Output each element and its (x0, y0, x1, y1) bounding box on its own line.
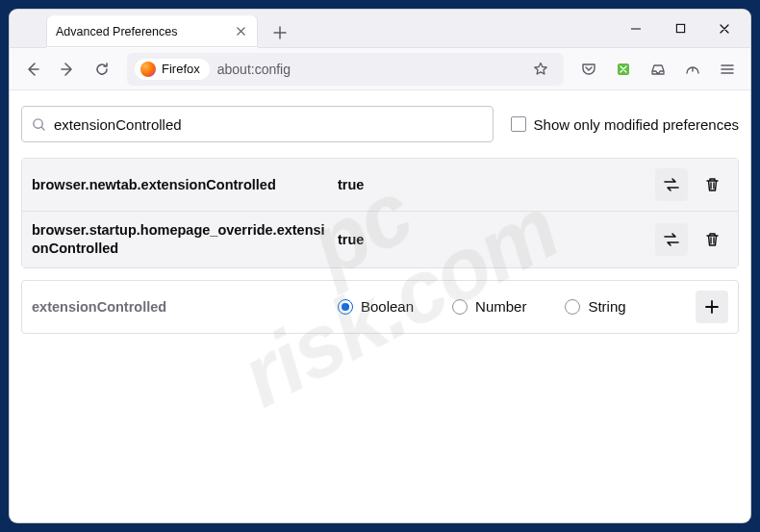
show-modified-toggle[interactable]: Show only modified preferences (511, 116, 739, 133)
trash-icon (705, 232, 720, 247)
preference-list: browser.newtab.extensionControlled true … (21, 158, 739, 268)
pref-row[interactable]: browser.startup.homepage_override.extens… (22, 212, 738, 267)
minimize-button[interactable] (614, 10, 658, 48)
radio-icon (565, 299, 580, 315)
star-icon (533, 62, 548, 77)
pref-value: true (338, 177, 647, 192)
toggle-button[interactable] (655, 168, 688, 201)
back-button[interactable] (17, 54, 48, 85)
url-bar[interactable]: Firefox about:config (127, 53, 564, 86)
pocket-button[interactable] (573, 54, 604, 85)
browser-window: Advanced Preferences (10, 10, 750, 522)
close-icon (236, 26, 246, 37)
add-pref-row: extensionControlled Boolean Number Strin… (21, 280, 739, 334)
toggle-icon (663, 178, 680, 191)
forward-button[interactable] (52, 54, 83, 85)
toggle-icon (663, 233, 680, 246)
svg-rect-0 (676, 24, 684, 32)
new-tab-button[interactable] (266, 18, 294, 47)
pref-name: browser.newtab.extensionControlled (32, 176, 330, 194)
close-button[interactable] (702, 10, 747, 48)
search-box[interactable] (21, 106, 494, 142)
plus-icon (273, 26, 287, 39)
delete-button[interactable] (696, 223, 728, 256)
radio-string[interactable]: String (565, 298, 625, 315)
arrow-left-icon (25, 62, 40, 77)
nav-toolbar: Firefox about:config (10, 48, 750, 90)
radio-label: String (588, 298, 625, 315)
pref-row[interactable]: browser.newtab.extensionControlled true (22, 159, 738, 212)
radio-number[interactable]: Number (452, 298, 526, 315)
titlebar: Advanced Preferences (10, 10, 750, 48)
bookmark-button[interactable] (525, 54, 556, 85)
add-button[interactable] (696, 291, 728, 323)
maximize-button[interactable] (658, 10, 702, 48)
checkbox-icon (511, 116, 526, 132)
search-icon (32, 117, 46, 132)
identity-label: Firefox (162, 62, 200, 76)
tab-title: Advanced Preferences (56, 25, 225, 38)
hamburger-icon (720, 62, 735, 77)
arrow-right-icon (60, 62, 75, 77)
radio-label: Number (475, 298, 526, 315)
pref-value: true (338, 232, 647, 247)
show-modified-label: Show only modified preferences (534, 116, 739, 133)
reload-icon (94, 62, 110, 77)
type-radios: Boolean Number String (338, 298, 688, 315)
puzzle-icon (616, 62, 631, 77)
search-row: Show only modified preferences (21, 106, 739, 142)
reload-button[interactable] (87, 54, 117, 85)
pocket-icon (581, 62, 596, 77)
pref-name: browser.startup.homepage_override.extens… (32, 221, 330, 258)
gauge-icon (685, 62, 700, 77)
extension-button[interactable] (608, 54, 639, 85)
identity-chip[interactable]: Firefox (135, 59, 210, 80)
plus-icon (705, 300, 719, 314)
radio-icon (452, 299, 468, 315)
close-icon (719, 23, 730, 35)
app-menu-button[interactable] (712, 54, 743, 85)
inbox-button[interactable] (643, 54, 673, 85)
tab-advanced-preferences[interactable]: Advanced Preferences (46, 15, 258, 48)
inbox-icon (650, 62, 666, 77)
firefox-icon (140, 62, 156, 77)
radio-boolean[interactable]: Boolean (338, 298, 414, 315)
url-text: about:config (217, 62, 291, 77)
minimize-icon (630, 23, 642, 35)
tab-strip: Advanced Preferences (10, 10, 614, 47)
delete-button[interactable] (696, 168, 728, 201)
radio-icon (338, 299, 353, 315)
maximize-icon (675, 23, 686, 34)
radio-label: Boolean (361, 298, 414, 315)
close-tab-button[interactable] (233, 24, 248, 39)
new-pref-name: extensionControlled (32, 299, 330, 315)
search-input[interactable] (54, 116, 483, 133)
window-controls (614, 10, 750, 48)
trash-icon (705, 177, 720, 192)
toggle-button[interactable] (655, 223, 688, 256)
account-button[interactable] (677, 54, 708, 85)
page-content: Show only modified preferences browser.n… (10, 90, 750, 522)
